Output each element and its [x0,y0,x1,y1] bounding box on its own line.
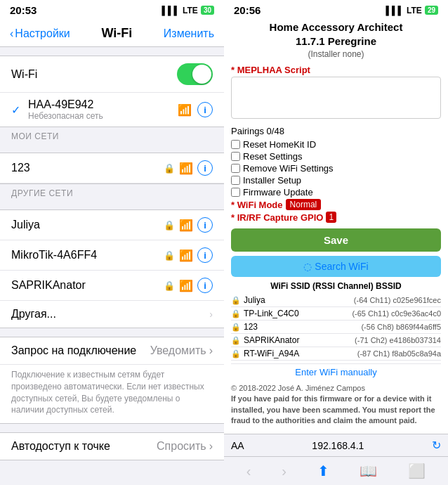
wifi-item-tplink[interactable]: 🔒 TP-Link_C4C0 (-65 Ch11) c0c9e36ac4c0 [231,307,441,321]
lte-label: LTE [407,6,422,15]
ask-row[interactable]: Запрос на подключение Уведомить › [0,337,224,365]
info-circle-button[interactable]: i [197,102,213,117]
connected-network-row[interactable]: ✓ HAA-49E942 Небезопасная сеть 📶 i [0,93,224,127]
wifi-table-header: WiFi SSID (RSSI Channel) BSSID [231,281,441,291]
lock-icon: 🔒 [164,280,175,291]
checkbox-reset-homekit[interactable]: Reset HomeKit ID [231,139,441,150]
my-network-icons: 🔒 📶 i [164,160,213,176]
browser-nav: ‹ › ⬆ 📖 ⬜ [224,456,448,485]
wifi-toggle-row[interactable]: Wi-Fi [0,56,224,93]
juliya-info-button[interactable]: i [197,217,213,233]
wifi-toggle-switch[interactable] [177,63,213,85]
wifi-item-123-name: 123 [244,322,358,332]
left-status-bar: 20:53 ▌▌▌ LTE 30 [0,0,224,20]
checkbox-firmware-update-label: Firmware Update [243,187,313,198]
battery-badge: 30 [201,6,214,15]
tabs-icon[interactable]: ⬜ [408,463,426,479]
chevron-right-icon: › [209,309,213,320]
right-time: 20:56 [234,4,261,16]
wifi-item-juliya-detail: (-64 Ch11) c025e961fcec [354,296,441,304]
chevron-right-icon: › [209,440,213,453]
irf-row: * IR/RF Capture GPIO 1 [231,212,441,223]
wifi-item-123[interactable]: 🔒 123 (-56 Ch8) b869f44a6ff5 [231,321,441,334]
wifi-item-saprikanator[interactable]: 🔒 SAPRIKAnator (-71 Ch2) e4186b037314 [231,334,441,347]
my-network-info-button[interactable]: i [197,160,213,176]
checkbox-firmware-update-input[interactable] [231,188,240,197]
script-textarea[interactable] [231,77,441,119]
irf-label: * IR/RF Capture GPIO [231,212,323,223]
my-network-row-123[interactable]: 123 🔒 📶 i [0,153,224,183]
left-panel: 20:53 ▌▌▌ LTE 30 ‹ Настройки Wi-Fi Измен… [0,0,224,485]
wifi-item-rtwifi[interactable]: 🔒 RT-WiFi_A94A (-87 Ch1) f8ab05c8a94a [231,347,441,361]
aa-button[interactable]: AA [231,440,244,451]
auto-value: Спросить › [157,440,213,453]
checkbox-remove-wifi-input[interactable] [231,164,240,173]
search-wifi-button[interactable]: ◌ Search WiFi [231,256,441,277]
checkbox-remove-wifi[interactable]: Remove WiFi Settings [231,163,441,174]
ask-value: Уведомить › [150,344,213,357]
checkbox-reset-homekit-input[interactable] [231,140,240,149]
back-button[interactable]: ‹ Настройки [10,27,70,40]
lock-icon: 🔒 [231,296,241,305]
my-network-name: 123 [11,162,159,174]
lte-label: LTE [183,6,198,15]
checkbox-reset-settings[interactable]: Reset Settings [231,151,441,162]
checkbox-installer-setup-input[interactable] [231,176,240,185]
enter-manual-button[interactable]: Enter WiFi manually [231,363,441,380]
mikrotik-info-button[interactable]: i [197,247,213,263]
saprikanator-info-button[interactable]: i [197,278,213,293]
auto-label: Автодоступ к точке [11,440,110,453]
copyright-text: © 2018-2022 José A. Jiménez Campos If yo… [231,383,441,427]
wifi-icon: 📶 [179,162,193,175]
wifi-item-rtwifi-detail: (-87 Ch1) f8ab05c8a94a [357,349,441,358]
wifi-item-tplink-detail: (-65 Ch11) c0c9e36ac4c0 [352,309,441,318]
lock-icon: 🔒 [164,220,175,231]
ask-label: Запрос на подключение [11,344,136,357]
auto-row[interactable]: Автодоступ к точке Спросить › [0,433,224,460]
lock-icon: 🔒 [164,250,175,261]
change-button[interactable]: Изменить [164,27,214,40]
lock-icon: 🔒 [164,163,175,174]
browser-bar: AA 192.168.4.1 ↻ [224,434,448,456]
url-field[interactable]: 192.168.4.1 [250,440,426,451]
search-wifi-label: ◌ Search WiFi [303,261,368,272]
other-network-name-juliya: Juliya [11,219,159,231]
checkbox-installer-setup[interactable]: Installer Setup [231,175,441,186]
wifi-signal-icon: 📶 [178,103,192,117]
checkbox-firmware-update[interactable]: Firmware Update [231,187,441,198]
my-networks-section: 123 🔒 📶 i [0,153,224,184]
lock-icon: 🔒 [231,323,241,332]
other-network-juliya[interactable]: Juliya 🔒 📶 i [0,210,224,240]
app-content: Home Accessory Architect 11.7.1 Peregrin… [224,20,448,434]
right-status-bar: 20:56 ▌▌▌ LTE 29 [224,0,448,20]
back-label: Настройки [15,27,70,40]
wifi-icon: 📶 [179,219,193,232]
left-nav: ‹ Настройки Wi-Fi Изменить [0,20,224,47]
other-network-mikrotik[interactable]: MikroTik-4A6FF4 🔒 📶 i [0,240,224,271]
other-network-row[interactable]: Другая... › [0,301,224,328]
wifi-item-juliya[interactable]: 🔒 Juliya (-64 Ch11) c025e961fcec [231,294,441,307]
save-button[interactable]: Save [231,228,441,252]
lock-icon: 🔒 [231,309,241,318]
wifi-icon: 📶 [179,279,193,292]
other-network-name-saprikanator: SAPRIKAnator [11,279,159,292]
checkbox-installer-setup-label: Installer Setup [243,175,301,186]
app-title: Home Accessory Architect 11.7.1 Peregrin… [231,20,441,48]
wifi-item-123-detail: (-56 Ch8) b869f44a6ff5 [361,323,441,331]
ask-desc: Подключение к известным сетям будет прои… [0,365,224,423]
wifi-list: 🔒 Juliya (-64 Ch11) c025e961fcec 🔒 TP-Li… [231,294,441,361]
refresh-icon[interactable]: ↻ [432,439,441,452]
share-icon[interactable]: ⬆ [317,463,329,479]
checkbox-reset-settings-input[interactable] [231,152,240,161]
wifi-mode-label: * WiFi Mode [231,200,283,210]
forward-nav-icon[interactable]: › [282,463,286,479]
other-networks-section: Juliya 🔒 📶 i MikroTik-4A6FF4 🔒 📶 i SAPRI… [0,209,224,328]
my-networks-label: МОИ СЕТИ [0,127,224,144]
other-network-saprikanator[interactable]: SAPRIKAnator 🔒 📶 i [0,271,224,301]
signal-bars-icon: ▌▌▌ [386,6,404,15]
wifi-item-saprikanator-name: SAPRIKAnator [244,335,352,345]
ask-value-text: Уведомить [150,344,206,357]
saprikanator-icons: 🔒 📶 i [164,278,213,293]
back-nav-icon[interactable]: ‹ [246,463,251,479]
bookmarks-icon[interactable]: 📖 [360,463,377,479]
